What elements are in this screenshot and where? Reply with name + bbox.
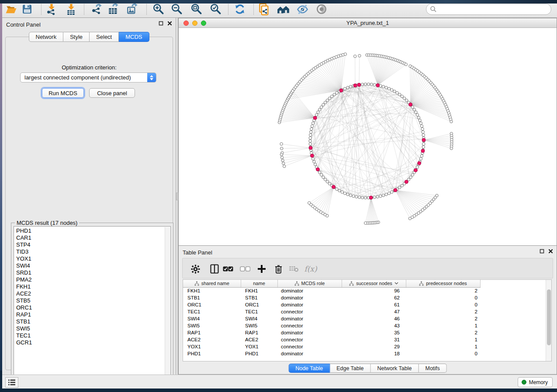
graph-hub-node[interactable] [369,196,373,199]
graph-node[interactable] [309,143,311,145]
graph-node[interactable] [450,147,453,150]
graph-node[interactable] [387,192,390,195]
criterion-dropdown[interactable]: largest connected component (undirected) [20,72,156,83]
graph-node[interactable] [391,191,393,193]
graph-node[interactable] [333,93,336,96]
tab-network-table[interactable]: Network Table [371,364,419,373]
graph-node[interactable] [382,85,384,88]
new-network-icon[interactable] [257,2,272,17]
graph-node[interactable] [416,113,419,116]
graph-node[interactable] [338,189,341,192]
table-row[interactable]: FKH1FKH1dominator962 [183,287,480,294]
graph-node[interactable] [413,108,415,111]
graph-node[interactable] [419,122,422,124]
graph-node[interactable] [282,162,285,165]
graph-node[interactable] [344,53,346,55]
graph-node[interactable] [291,89,294,92]
import-table-icon[interactable] [64,2,79,17]
graph-hub-node[interactable] [422,138,426,142]
graph-hub-node[interactable] [414,168,417,172]
graph-node[interactable] [361,83,363,86]
table-row[interactable]: RAP1RAP1dominator352 [183,329,480,336]
graph-node[interactable] [343,192,346,195]
graph-hub-node[interactable] [332,185,336,189]
graph-node[interactable] [324,178,326,181]
zoom-out-icon[interactable] [170,2,184,17]
graph-node[interactable] [354,55,356,58]
mcds-result-item[interactable]: ACE2 [14,290,165,297]
graph-node[interactable] [309,140,311,142]
graph-node[interactable] [450,120,453,123]
graph-node[interactable] [328,182,331,185]
search-input[interactable] [437,5,551,14]
delete-icon[interactable] [272,262,285,275]
graph-node[interactable] [420,125,423,127]
graph-node[interactable] [331,95,333,98]
graph-node[interactable] [398,93,401,96]
graph-hub-node[interactable] [353,84,357,87]
graph-node[interactable] [310,131,312,133]
function-builder-icon[interactable]: f(x) [304,262,317,275]
column-header-name[interactable]: name [241,280,277,287]
table-row[interactable]: YOX1YOX1connector291 [183,343,480,350]
tab-network[interactable]: Network [28,32,63,42]
mcds-result-item[interactable]: PHD1 [14,227,165,234]
graph-node[interactable] [308,202,311,204]
gear-icon[interactable] [189,262,202,275]
graph-node[interactable] [346,86,349,89]
select-all-icon[interactable] [221,262,235,275]
graph-node[interactable] [422,146,425,148]
mcds-result-item[interactable]: RAP1 [14,311,165,318]
mcds-result-item[interactable]: YOX1 [14,255,165,262]
refresh-icon[interactable] [232,2,247,17]
graph-node[interactable] [317,111,319,113]
graph-node[interactable] [370,83,373,86]
graph-node[interactable] [420,155,423,157]
graph-node[interactable] [311,122,314,124]
mcds-result-item[interactable]: SWI4 [14,262,165,269]
tab-node-table[interactable]: Node Table [288,364,330,373]
close-panel-icon[interactable] [548,249,553,254]
graph-node[interactable] [280,153,283,156]
graph-node[interactable] [358,196,361,199]
graph-node[interactable] [387,87,390,90]
delete-table-icon[interactable] [287,262,301,275]
network-canvas[interactable] [179,28,557,246]
add-icon[interactable] [255,262,268,275]
run-mcds-button[interactable]: Run MCDS [42,88,84,98]
graph-node[interactable] [385,193,387,196]
save-session-icon[interactable] [20,2,35,17]
graph-node[interactable] [364,83,367,86]
graph-node[interactable] [422,134,425,136]
mcds-result-item[interactable]: GCR1 [14,339,165,346]
column-header-shared-name[interactable]: shared name [183,280,241,287]
export-image-icon[interactable] [125,2,140,17]
export-network-icon[interactable] [90,2,104,17]
column-header-predecessor-nodes[interactable]: predecessor nodes [406,280,480,287]
mcds-result-item[interactable]: STB5 [14,297,165,304]
graph-node[interactable] [328,97,331,100]
graph-hub-node[interactable] [309,146,312,150]
column-header-successor-nodes[interactable]: successor nodes [342,280,406,287]
import-network-icon[interactable] [44,2,59,17]
zoom-fit-icon[interactable] [189,2,204,17]
graph-node[interactable] [336,188,338,190]
column-header-MCDS-role[interactable]: MCDS role [277,280,342,287]
graph-node[interactable] [358,55,361,57]
table-row[interactable]: SWI4SWI4dominator462 [183,315,480,322]
graph-hub-node[interactable] [339,89,343,92]
table-row[interactable]: TEC1TEC1connector472 [183,308,480,315]
graph-node[interactable] [373,83,376,86]
close-panel-icon[interactable] [167,21,172,26]
table-row[interactable]: ACE2ACE2connector311 [183,336,480,343]
graph-node[interactable] [409,176,412,179]
graph-node[interactable] [349,85,352,88]
table-row[interactable]: SWI5SWI5connector431 [183,322,480,329]
graph-node[interactable] [313,160,315,163]
graph-hub-node[interactable] [376,83,380,87]
graph-node[interactable] [422,131,424,133]
graph-node[interactable] [421,127,424,130]
mcds-result-item[interactable]: TID3 [14,248,165,255]
tab-motifs[interactable]: Motifs [419,364,446,373]
float-panel-icon[interactable] [540,249,544,254]
